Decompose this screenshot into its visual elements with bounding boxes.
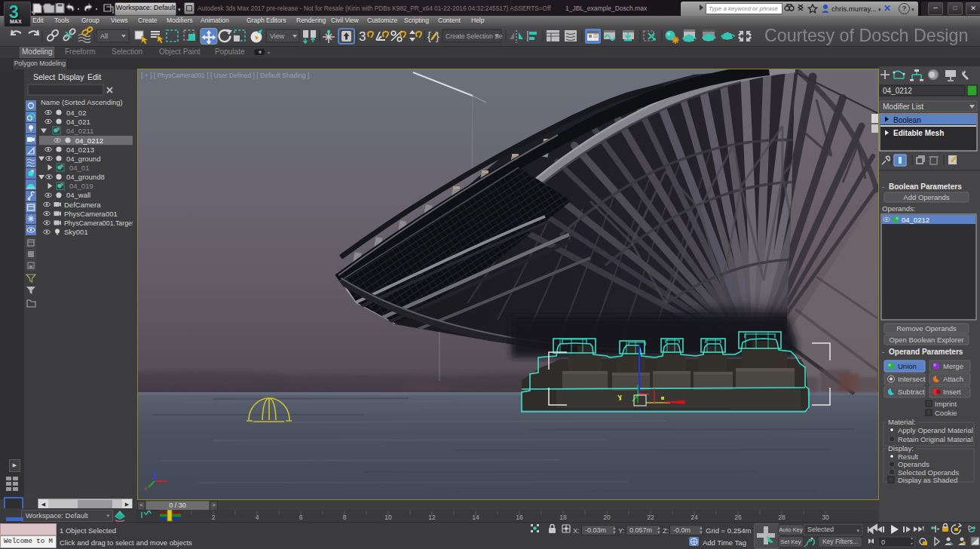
svg-text:04_0212: 04_0212 — [75, 136, 103, 145]
svg-text:Editable Mesh: Editable Mesh — [893, 129, 944, 137]
svg-text:12: 12 — [428, 514, 436, 521]
svg-text:Attach: Attach — [943, 375, 963, 383]
svg-text:Open Boolean Explorer: Open Boolean Explorer — [890, 336, 964, 344]
svg-text:26: 26 — [734, 514, 742, 521]
svg-text:2: 2 — [212, 514, 216, 521]
svg-text:Sky001: Sky001 — [64, 228, 88, 236]
svg-text:10: 10 — [384, 514, 392, 521]
svg-text:24: 24 — [691, 514, 698, 521]
svg-text:Create Selection Se: Create Selection Se — [446, 32, 503, 40]
svg-text:Display:: Display: — [888, 444, 914, 452]
svg-text:18: 18 — [559, 514, 567, 521]
svg-text:{: { — [427, 30, 431, 42]
svg-text:6: 6 — [299, 514, 303, 521]
svg-text:Remove Operands: Remove Operands — [896, 324, 957, 333]
svg-text:PhysCamera001.Target: PhysCamera001.Target — [64, 219, 133, 227]
svg-text:Imprint: Imprint — [935, 400, 957, 408]
svg-text:}: } — [436, 30, 439, 42]
svg-text:04_ground: 04_ground — [66, 155, 100, 163]
svg-text:[ + ] [ PhysCamera001 ] [ User: [ + ] [ PhysCamera001 ] [ User Defined ]… — [141, 72, 309, 79]
svg-text:04_0212: 04_0212 — [902, 216, 929, 224]
svg-text:Boolean: Boolean — [893, 116, 921, 124]
svg-text:04_021: 04_021 — [66, 118, 90, 126]
svg-text:Result: Result — [898, 452, 918, 461]
svg-text:04_019: 04_019 — [69, 182, 93, 190]
svg-text:x: x — [144, 485, 147, 492]
svg-text:Name (Sorted Ascending): Name (Sorted Ascending) — [41, 98, 123, 106]
svg-text:Material:: Material: — [888, 418, 915, 426]
svg-text:3: 3 — [359, 29, 366, 44]
svg-text:All: All — [100, 32, 108, 40]
svg-text:Edit: Edit — [87, 72, 101, 81]
svg-text:Union: Union — [898, 362, 917, 370]
svg-text:Operand Parameters: Operand Parameters — [889, 348, 963, 356]
svg-text:04_02: 04_02 — [66, 109, 86, 117]
svg-text:PhysCamera001: PhysCamera001 — [64, 210, 118, 218]
svg-text:22: 22 — [647, 514, 654, 521]
svg-text:Operands: Operands — [898, 460, 929, 468]
svg-text:Display as Shaded: Display as Shaded — [898, 476, 957, 484]
svg-text:View: View — [270, 32, 285, 40]
svg-text:-: - — [882, 348, 884, 356]
svg-text:Display: Display — [58, 72, 84, 81]
svg-text:Boolean Parameters: Boolean Parameters — [889, 182, 962, 191]
svg-text:DefCamera: DefCamera — [64, 201, 101, 209]
svg-text:Select: Select — [33, 72, 55, 81]
svg-text:20: 20 — [603, 514, 611, 521]
svg-text:Apply Operand Material: Apply Operand Material — [898, 426, 973, 434]
svg-text:Retain Original Material: Retain Original Material — [898, 435, 972, 443]
svg-text:8: 8 — [343, 514, 347, 521]
svg-text:Operands:: Operands: — [882, 204, 915, 213]
svg-text:Intersect: Intersect — [898, 375, 926, 383]
svg-text:04_01: 04_01 — [69, 164, 89, 172]
svg-text:28: 28 — [778, 514, 786, 521]
svg-text:14: 14 — [472, 514, 479, 521]
svg-text:Subtract: Subtract — [898, 388, 925, 396]
svg-text:04_ground8: 04_ground8 — [66, 173, 105, 181]
svg-text:4: 4 — [256, 514, 259, 521]
svg-text:0: 0 — [881, 538, 885, 546]
svg-text:16: 16 — [516, 514, 523, 521]
svg-text:-: - — [882, 183, 884, 191]
svg-text:04_wall: 04_wall — [66, 191, 90, 199]
svg-text:04_0212: 04_0212 — [883, 87, 912, 95]
svg-text:04_0211: 04_0211 — [66, 127, 93, 135]
svg-text:Add Operands: Add Operands — [903, 193, 950, 201]
svg-text:04_0213: 04_0213 — [66, 146, 94, 154]
svg-text:Modifier List: Modifier List — [883, 103, 923, 111]
svg-text:Insert: Insert — [943, 388, 961, 396]
svg-text:Merge: Merge — [943, 362, 963, 370]
svg-text:30: 30 — [822, 514, 829, 521]
svg-text:Cookie: Cookie — [935, 409, 957, 417]
